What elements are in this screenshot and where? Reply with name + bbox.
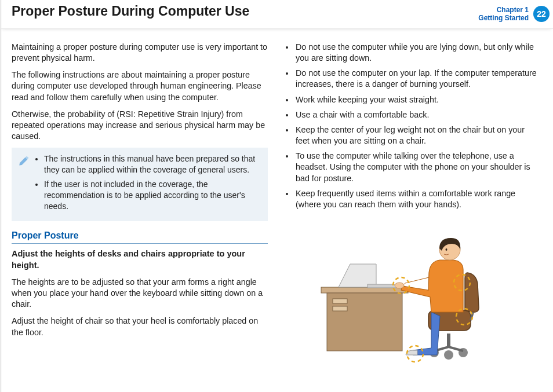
note-icon [19, 153, 30, 215]
list-item: Use a chair with a comfortable back. [294, 109, 539, 120]
intro-paragraph-3: Otherwise, the probability of (RSI: Repe… [12, 109, 268, 142]
page-header: Proper Posture During Computer Use Chapt… [0, 0, 553, 29]
list-item: Work while keeping your waist straight. [294, 94, 539, 105]
section-heading: Proper Posture [12, 229, 268, 244]
page-number: 22 [537, 9, 546, 19]
page-edge-shadow [0, 0, 2, 392]
intro-paragraph-2: The following instructions are about mai… [12, 69, 268, 102]
sub-heading: Adjust the heights of desks and chairs a… [12, 248, 268, 271]
note-item: If the user is not included in the cover… [44, 179, 260, 212]
list-item: Keep frequently used items within a comf… [294, 188, 539, 210]
note-box: The instructions in this manual have bee… [12, 148, 268, 221]
chapter-number: Chapter 1 [478, 6, 529, 14]
right-column: Do not use the computer while you are ly… [283, 42, 539, 371]
svg-rect-2 [333, 299, 347, 303]
intro-paragraph-1: Maintaining a proper posture during comp… [12, 42, 268, 64]
list-item: Keep the center of your leg weight not o… [294, 124, 539, 146]
svg-point-10 [395, 283, 404, 288]
body-paragraph: Adjust the height of chair so that your … [12, 316, 268, 338]
list-item: Do not use the computer while you are ly… [294, 42, 539, 64]
note-item: The instructions in this manual have bee… [44, 153, 260, 175]
page-title: Proper Posture During Computer Use [12, 3, 478, 19]
left-column: Maintaining a proper posture during comp… [12, 42, 268, 371]
note-list: The instructions in this manual have bee… [35, 153, 260, 215]
svg-point-7 [444, 350, 453, 360]
svg-point-12 [446, 248, 448, 251]
chapter-info: Chapter 1 Getting Started [478, 3, 529, 23]
page-number-badge: 22 [533, 6, 550, 22]
list-item: To use the computer while talking over t… [294, 151, 539, 184]
svg-rect-3 [333, 306, 347, 311]
list-item: Do not use the computer on your lap. If … [294, 68, 539, 90]
posture-bullet-list: Do not use the computer while you are ly… [283, 42, 539, 210]
page-content: Maintaining a proper posture during comp… [0, 29, 553, 371]
posture-illustration [283, 221, 539, 371]
header-right: Chapter 1 Getting Started 22 [478, 3, 553, 23]
body-paragraph: The heights are to be adjusted so that y… [12, 277, 268, 310]
chapter-name: Getting Started [478, 14, 529, 22]
